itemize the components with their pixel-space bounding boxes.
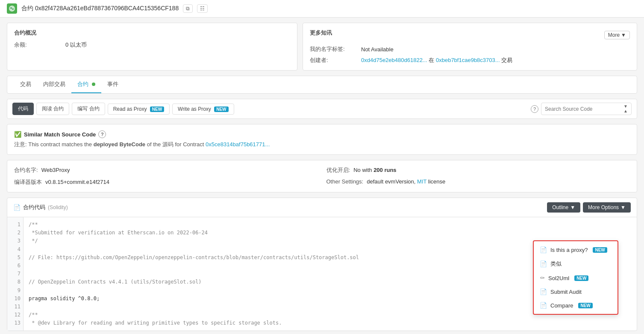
license-link[interactable]: MIT <box>417 178 426 185</box>
sol2uml-new-badge: NEW <box>574 275 588 281</box>
match-title: ✅ Similar Match Source Code ? <box>14 130 630 138</box>
sol2uml-icon: ⚰ <box>540 275 545 281</box>
optimization-label: 优化开启: <box>326 166 350 174</box>
audit-file-icon: 📄 <box>540 288 547 295</box>
main-tabs: 交易 内部交易 合约 事件 <box>7 76 637 94</box>
tab-transactions[interactable]: 交易 <box>14 76 37 93</box>
sub-tab-read-contract[interactable]: 阅读 合约 <box>36 103 69 115</box>
sub-tab-read-as-proxy[interactable]: Read as Proxy NEW <box>108 103 170 115</box>
compare-new-badge: NEW <box>578 303 592 308</box>
more-options-button[interactable]: More Options ▼ <box>583 202 631 213</box>
overview-card: 合约概况 余额: 0 以太币 <box>7 23 297 71</box>
copy-button[interactable]: ⧉ <box>183 4 193 13</box>
dropdown-item-sol2uml[interactable]: ⚰ Sol2Uml NEW <box>534 271 618 285</box>
overview-title: 合约概况 <box>14 29 290 37</box>
code-header: 📄 合约代码 (Solidity) Outline ▼ More Options… <box>7 198 637 217</box>
search-right: ? ▼ ▲ <box>531 103 632 115</box>
other-settings-value: default evmVersion, MIT license <box>367 178 445 185</box>
line-numbers: 12345 678910 111213 <box>7 217 24 331</box>
compare-file-icon: 📄 <box>540 302 547 309</box>
contract-name-value: Web3Proxy <box>41 167 70 173</box>
creator-tx-link[interactable]: 0xbeb7bf1cae9b8c3703... <box>436 57 500 63</box>
name-tag-label: 我的名字标签: <box>310 45 361 53</box>
outline-button[interactable]: Outline ▼ <box>547 202 580 213</box>
tab-contract[interactable]: 合约 <box>71 76 101 93</box>
other-settings-item: Other Settings: default evmVersion, MIT … <box>326 178 630 186</box>
read-proxy-new-badge: NEW <box>150 106 164 112</box>
sub-tabs: 代码 阅读 合约 编写 合约 Read as Proxy NEW Write a… <box>7 99 637 119</box>
similar-file-icon: 📄 <box>540 260 547 267</box>
info-card-header: 更多知讯 More ▼ <box>310 29 630 41</box>
tab-events[interactable]: 事件 <box>101 76 124 93</box>
more-options-dropdown: 📄 Is this a proxy? NEW 📄 类似 ⚰ Sol2Uml NE… <box>533 240 618 315</box>
info-row: 合约概况 余额: 0 以太币 更多知讯 More ▼ 我的名字标签: Not A… <box>7 23 637 71</box>
contract-name-item: 合约名字: Web3Proxy <box>14 166 318 174</box>
search-input-wrap: ▼ ▲ <box>541 103 632 115</box>
contract-name-label: 合约名字: <box>14 166 38 174</box>
optimization-item: 优化开启: No with 200 runs <box>326 166 630 174</box>
compiler-item: 编译器版本 v0.8.15+commit.e14f2714 <box>14 178 318 186</box>
match-help-icon[interactable]: ? <box>98 130 106 138</box>
more-button[interactable]: More ▼ <box>604 31 630 39</box>
match-desc: 注意: This contract matches the deployed B… <box>14 141 630 148</box>
proxy-new-badge: NEW <box>593 247 607 253</box>
search-arrows: ▼ ▲ <box>623 104 628 113</box>
overview-grid: 余额: 0 以太币 <box>14 41 290 49</box>
search-source-input[interactable] <box>545 106 622 112</box>
sub-tab-write-contract[interactable]: 编写 合约 <box>72 103 105 115</box>
dropdown-item-audit[interactable]: 📄 Submit Audit <box>534 285 618 299</box>
sub-tabs-left: 代码 阅读 合约 编写 合约 Read as Proxy NEW Write a… <box>12 103 234 115</box>
compiler-value: v0.8.15+commit.e14f2714 <box>45 179 109 185</box>
code-title: 📄 合约代码 (Solidity) <box>13 204 68 211</box>
search-next-btn[interactable]: ▲ <box>623 109 628 113</box>
info-card: 更多知讯 More ▼ 我的名字标签: Not Available 创建者: 0… <box>303 23 637 71</box>
info-card-title: 更多知讯 <box>310 29 332 37</box>
code-buttons: Outline ▼ More Options ▼ <box>547 202 631 213</box>
other-settings-label: Other Settings: <box>326 178 364 185</box>
dropdown-item-similar[interactable]: 📄 类似 <box>534 257 618 271</box>
check-icon: ✅ <box>14 131 21 138</box>
code-file-icon: 📄 <box>13 204 21 211</box>
creator-label: 创建者: <box>310 56 361 64</box>
creator-value: 0xd4d75e2eb480d61822... 在 0xbeb7bf1cae9b… <box>361 56 630 64</box>
app-icon <box>7 3 17 14</box>
info-grid: 我的名字标签: Not Available 创建者: 0xd4d75e2eb48… <box>310 45 630 64</box>
write-proxy-new-badge: NEW <box>214 106 228 112</box>
creator-address-link[interactable]: 0xd4d75e2eb480d61822... <box>361 57 427 63</box>
help-icon[interactable]: ? <box>531 105 538 113</box>
contract-address: 合约 0x82f4728Aa261eBd7887367096BCA4C15356… <box>21 5 179 12</box>
match-contract-link[interactable]: 0x5ce8314baf75b61771... <box>206 141 270 148</box>
optimization-value: No with 200 runs <box>353 167 396 173</box>
balance-value: 0 以太币 <box>65 41 290 49</box>
creator-tx-label: 交易 <box>501 57 512 63</box>
dropdown-item-proxy[interactable]: 📄 Is this a proxy? NEW <box>534 243 618 257</box>
grid-button[interactable]: ☷ <box>197 4 208 13</box>
tab-internal-txns[interactable]: 内部交易 <box>37 76 71 93</box>
meta-section: 合约名字: Web3Proxy 优化开启: No with 200 runs 编… <box>7 160 637 192</box>
search-prev-btn[interactable]: ▼ <box>623 104 628 109</box>
name-tag-value: Not Available <box>361 46 630 53</box>
sub-tab-code[interactable]: 代码 <box>12 103 34 115</box>
balance-label: 余额: <box>14 41 65 49</box>
contract-badge <box>92 83 95 86</box>
proxy-file-icon: 📄 <box>540 246 547 253</box>
dropdown-item-compare[interactable]: 📄 Compare NEW <box>534 299 618 312</box>
compiler-label: 编译器版本 <box>14 178 42 186</box>
sub-tab-write-as-proxy[interactable]: Write as Proxy NEW <box>172 103 234 115</box>
match-section: ✅ Similar Match Source Code ? 注意: This c… <box>7 124 637 155</box>
topbar: 合约 0x82f4728Aa261eBd7887367096BCA4C15356… <box>0 0 644 18</box>
